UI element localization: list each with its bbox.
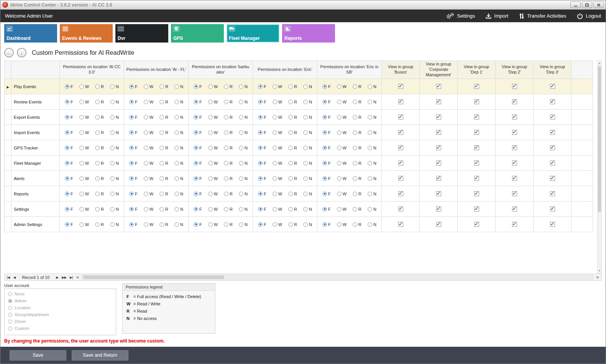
permission-radio-n[interactable]: N <box>239 161 248 166</box>
permission-radio-w[interactable]: W <box>337 161 347 166</box>
permission-radio-w[interactable]: W <box>273 100 282 104</box>
maximize-button[interactable] <box>582 2 592 8</box>
permission-radio-f[interactable]: F <box>194 115 202 120</box>
permission-radio-w[interactable]: W <box>79 146 89 150</box>
permission-radio-f[interactable]: F <box>65 161 73 166</box>
permission-radio-w[interactable]: W <box>273 146 282 150</box>
transfer-activities-button[interactable]: Transfer Activities <box>519 13 566 19</box>
permission-radio-r[interactable]: R <box>95 222 104 227</box>
group-checkbox[interactable] <box>474 99 479 104</box>
permission-radio-r[interactable]: R <box>353 222 361 227</box>
permission-radio-n[interactable]: N <box>174 100 183 104</box>
permission-radio-r[interactable]: R <box>288 176 297 181</box>
vertical-scrollbar-thumb[interactable] <box>598 66 601 212</box>
permission-radio-r[interactable]: R <box>288 207 297 212</box>
down-button[interactable]: ↓ <box>17 48 26 57</box>
permission-radio-w[interactable]: W <box>144 161 153 166</box>
group-checkbox[interactable] <box>512 115 517 120</box>
permission-radio-w[interactable]: W <box>273 115 282 120</box>
group-checkbox[interactable] <box>398 176 403 181</box>
permission-radio-f[interactable]: F <box>322 207 331 212</box>
group-checkbox[interactable] <box>550 115 555 120</box>
permission-radio-w[interactable]: W <box>337 100 347 104</box>
next-record-button[interactable]: ▶ <box>55 275 59 279</box>
permission-radio-n[interactable]: N <box>110 84 119 89</box>
permission-radio-w[interactable]: W <box>144 192 153 196</box>
group-checkbox[interactable] <box>398 84 403 89</box>
permission-radio-r[interactable]: R <box>159 100 168 104</box>
permission-radio-n[interactable]: N <box>239 100 248 104</box>
permission-radio-n[interactable]: N <box>110 207 119 212</box>
permission-radio-f[interactable]: F <box>322 100 331 104</box>
vertical-scrollbar[interactable]: ▲ ▼ <box>597 61 602 274</box>
permission-radio-n[interactable]: N <box>110 130 119 135</box>
permission-radio-f[interactable]: F <box>322 222 331 227</box>
permission-radio-w[interactable]: W <box>79 100 89 104</box>
permission-radio-r[interactable]: R <box>353 207 361 212</box>
permission-radio-w[interactable]: W <box>337 130 347 135</box>
group-checkbox[interactable] <box>474 176 479 181</box>
permission-radio-w[interactable]: W <box>273 84 282 89</box>
permission-radio-f[interactable]: F <box>129 130 138 135</box>
permission-radio-f[interactable]: F <box>194 100 202 104</box>
group-checkbox[interactable] <box>398 191 403 196</box>
permission-radio-r[interactable]: R <box>353 84 361 89</box>
group-checkbox[interactable] <box>474 84 479 89</box>
user-account-option-admin[interactable]: Admin <box>8 298 112 303</box>
permission-radio-n[interactable]: N <box>368 130 376 135</box>
permission-radio-r[interactable]: R <box>224 161 233 166</box>
permission-radio-n[interactable]: N <box>239 222 248 227</box>
permission-radio-f[interactable]: F <box>194 192 202 196</box>
horizontal-scrollbar-thumb[interactable] <box>83 275 224 279</box>
permission-radio-w[interactable]: W <box>144 115 153 120</box>
permission-radio-f[interactable]: F <box>258 100 266 104</box>
permission-radio-r[interactable]: R <box>95 176 104 181</box>
group-checkbox[interactable] <box>550 84 555 89</box>
permission-radio-w[interactable]: W <box>144 84 153 89</box>
group-checkbox[interactable] <box>512 191 517 196</box>
permission-radio-w[interactable]: W <box>337 146 347 150</box>
group-checkbox[interactable] <box>436 161 441 166</box>
permission-radio-r[interactable]: R <box>95 192 104 196</box>
group-checkbox[interactable] <box>550 176 555 181</box>
permission-radio-f[interactable]: F <box>322 192 331 196</box>
permission-radio-n[interactable]: N <box>239 130 248 135</box>
permission-radio-n[interactable]: N <box>303 222 312 227</box>
permission-radio-w[interactable]: W <box>208 161 218 166</box>
permission-radio-r[interactable]: R <box>159 207 168 212</box>
group-checkbox[interactable] <box>474 191 479 196</box>
permission-radio-f[interactable]: F <box>322 130 331 135</box>
permission-radio-n[interactable]: N <box>303 100 312 104</box>
permission-radio-r[interactable]: R <box>95 207 104 212</box>
permission-radio-f[interactable]: F <box>258 161 266 166</box>
group-checkbox[interactable] <box>398 207 403 212</box>
save-and-return-button[interactable]: Save and Return <box>72 350 128 361</box>
permission-radio-w[interactable]: W <box>337 176 347 181</box>
permission-radio-f[interactable]: F <box>129 207 138 212</box>
permission-radio-r[interactable]: R <box>288 161 297 166</box>
permission-radio-w[interactable]: W <box>79 161 89 166</box>
permission-radio-n[interactable]: N <box>303 176 312 181</box>
permission-radio-w[interactable]: W <box>273 161 282 166</box>
permission-radio-f[interactable]: F <box>65 176 73 181</box>
permission-radio-w[interactable]: W <box>208 146 218 150</box>
permission-radio-f[interactable]: F <box>129 100 138 104</box>
permission-radio-r[interactable]: R <box>159 146 168 150</box>
permission-radio-n[interactable]: N <box>174 115 183 120</box>
permission-radio-n[interactable]: N <box>110 115 119 120</box>
prev-record-button[interactable]: ◀ <box>12 275 16 279</box>
permission-radio-r[interactable]: R <box>224 115 233 120</box>
group-checkbox[interactable] <box>436 207 441 212</box>
permission-radio-n[interactable]: N <box>303 115 312 120</box>
permission-radio-f[interactable]: F <box>194 207 202 212</box>
permission-radio-n[interactable]: N <box>174 176 183 181</box>
next-group-button[interactable]: ▶▶ <box>61 275 67 279</box>
permission-radio-f[interactable]: F <box>194 176 202 181</box>
group-checkbox[interactable] <box>550 145 555 150</box>
permission-radio-r[interactable]: R <box>159 84 168 89</box>
permission-radio-n[interactable]: N <box>174 207 183 212</box>
settings-button[interactable]: Settings <box>446 13 475 19</box>
permission-radio-n[interactable]: N <box>303 146 312 150</box>
permission-radio-f[interactable]: F <box>258 207 266 212</box>
permission-radio-n[interactable]: N <box>174 130 183 135</box>
